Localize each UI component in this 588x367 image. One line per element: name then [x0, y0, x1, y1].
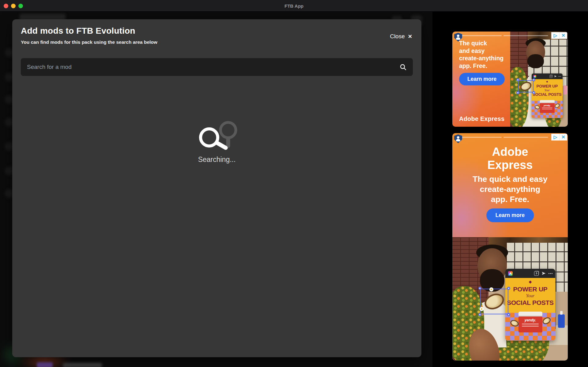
- adchoices-icon[interactable]: ▷: [551, 32, 559, 39]
- modal-close-button[interactable]: Close ✕: [390, 33, 412, 40]
- background-avatar-shape: [37, 362, 53, 367]
- crochet-garment: [510, 67, 529, 127]
- ad-headline: The quick and easy create-anything app. …: [459, 39, 503, 69]
- brand-line: Express: [452, 159, 568, 172]
- ad-controls: ▷ ✕: [551, 134, 567, 140]
- modal-subtitle: You can find mods for this pack using th…: [21, 39, 157, 45]
- jar-brand-label: yendy.: [540, 104, 554, 107]
- card-header: 3: [505, 269, 555, 278]
- ad-headline-line: create-anything: [452, 184, 568, 194]
- selection-handle[interactable]: [532, 91, 535, 94]
- shea-nut-graphic: [519, 80, 533, 92]
- more-icon: [558, 76, 561, 77]
- add-mods-modal: Add mods to FTB Evolution You can find m…: [12, 19, 421, 357]
- card-title-line: SOCIAL POSTS: [532, 92, 562, 97]
- ad-controls: ▷ ✕: [551, 32, 567, 39]
- card-title-line: Your: [532, 88, 562, 92]
- ad-progress-bar: [457, 137, 548, 138]
- ad-photo-scene: 3 POWER UP Your SOCIAL POSTS: [510, 32, 568, 127]
- ad-headline-line: The quick: [459, 39, 503, 47]
- ad-close-icon[interactable]: ✕: [559, 134, 567, 140]
- star-ornament: [529, 281, 532, 284]
- ad-photo-scene: 3 POWER UP Your SOCIAL POSTS: [452, 237, 568, 361]
- ad-headline-line: app. Free.: [452, 194, 568, 204]
- selection-handle[interactable]: [507, 313, 510, 316]
- selection-handle[interactable]: [507, 287, 510, 290]
- titlebar: FTB App: [0, 0, 588, 12]
- searching-label: Searching...: [12, 155, 421, 164]
- ad-progress-bar: [457, 35, 548, 36]
- social-post-card: 3 POWER UP Your SOCIAL POSTS: [505, 269, 555, 341]
- mod-search-input[interactable]: [21, 64, 399, 70]
- search-icon[interactable]: [399, 63, 407, 71]
- adchoices-icon[interactable]: ▷: [551, 134, 559, 140]
- learn-more-button[interactable]: Learn more: [459, 73, 505, 85]
- layers-badge: 3: [550, 75, 551, 77]
- selection-box[interactable]: [480, 289, 508, 314]
- share-icon: [541, 271, 546, 275]
- ad-headline: The quick and easy create-anything app. …: [452, 174, 568, 204]
- shelf-product: [558, 314, 565, 328]
- ad-gradient-panel: Adobe Express The quick and easy create-…: [452, 133, 568, 237]
- adobe-express-logo: Adobe Express: [452, 145, 568, 172]
- ad-headline-line: and easy: [459, 47, 503, 55]
- jar-brand-label: yendy.: [518, 318, 542, 322]
- search-status: Searching...: [12, 117, 421, 155]
- more-icon: [548, 273, 552, 274]
- ad-headline-line: app. Free.: [459, 62, 503, 70]
- selection-handle[interactable]: [478, 287, 481, 290]
- card-title-line: POWER UP: [507, 285, 554, 293]
- close-icon: ✕: [408, 33, 412, 40]
- selection-handle[interactable]: [532, 78, 535, 81]
- ad-close-icon[interactable]: ✕: [559, 32, 567, 39]
- ad-headline-line: The quick and easy: [452, 174, 568, 184]
- adobe-express-app-icon: [533, 75, 536, 78]
- selection-handle[interactable]: [516, 78, 519, 81]
- layers-badge: 3: [536, 272, 537, 275]
- jar-body: yendy.: [540, 103, 554, 113]
- shelf-product: [563, 85, 567, 95]
- selection-handle[interactable]: [478, 313, 481, 316]
- ad-gradient-panel: The quick and easy create-anything app. …: [452, 32, 510, 127]
- shea-nut-graphic: [482, 291, 507, 313]
- selection-box[interactable]: [518, 80, 533, 92]
- star-ornament: [546, 81, 548, 83]
- jar-lid: [518, 312, 542, 316]
- card-body: POWER UP Your SOCIAL POSTS: [505, 278, 555, 313]
- adobe-express-app-icon: [508, 271, 513, 276]
- card-title-line: SOCIAL POSTS: [507, 299, 554, 306]
- app-window: FTB App The quick and easy create-anythi…: [0, 0, 588, 367]
- ad-banner-top[interactable]: The quick and easy create-anything app. …: [452, 32, 568, 127]
- social-post-card: 3 POWER UP Your SOCIAL POSTS: [532, 73, 563, 118]
- ad-banner-tall[interactable]: Adobe Express The quick and easy create-…: [452, 133, 568, 361]
- searching-magnifier-graphic: [191, 117, 243, 153]
- window-title: FTB App: [0, 0, 588, 12]
- flower-graphic: [480, 307, 484, 311]
- share-icon: [554, 75, 557, 78]
- card-title-line: Your: [507, 293, 554, 299]
- background-text-shape: [63, 363, 102, 367]
- brand-line: Adobe: [452, 145, 568, 159]
- flower-graphic: [489, 287, 493, 291]
- jar-lid: [540, 100, 554, 103]
- product-jar: yendy.: [518, 312, 542, 332]
- jar-body: yendy.: [518, 316, 542, 332]
- modal-title: Add mods to FTB Evolution: [21, 26, 135, 36]
- ad-headline-line: create-anything: [459, 54, 503, 62]
- man-beard: [527, 54, 544, 68]
- adobe-express-logo: Adobe Express: [459, 115, 504, 122]
- product-jar: yendy.: [540, 100, 554, 113]
- layers-icon: 3: [549, 75, 552, 78]
- learn-more-button[interactable]: Learn more: [486, 208, 534, 222]
- mod-search-bar: [21, 58, 413, 76]
- card-header: 3: [532, 73, 563, 79]
- selection-handle[interactable]: [516, 91, 519, 94]
- card-title-line: POWER UP: [532, 84, 562, 88]
- modal-close-label: Close: [390, 33, 405, 40]
- card-body: POWER UP Your SOCIAL POSTS: [532, 79, 563, 101]
- layers-icon: 3: [534, 271, 539, 276]
